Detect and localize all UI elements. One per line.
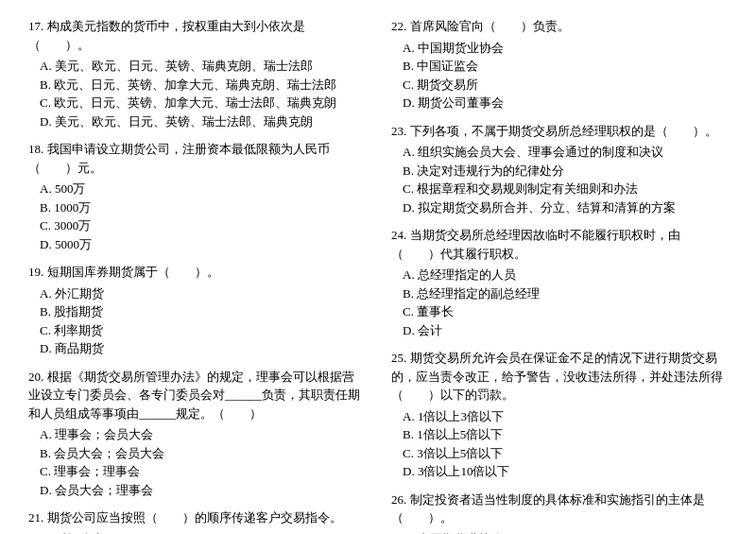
- question-19-option-2: C. 利率期货: [40, 321, 365, 340]
- question-options-26: A. 中国期货业协会B. 中金所C. 中国证监会: [391, 530, 728, 535]
- question-17: 17. 构成美元指数的货币中，按权重由大到小依次是（ ）。A. 美元、欧元、日元…: [28, 17, 365, 130]
- question-22-option-3: D. 期货公司董事会: [403, 94, 728, 112]
- question-options-24: A. 总经理指定的人员B. 总经理指定的副总经理C. 董事长D. 会计: [391, 266, 728, 339]
- question-title-19: 19. 短期国库券期货属于（ ）。: [28, 263, 365, 282]
- question-22-option-0: A. 中国期货业协会: [403, 39, 728, 58]
- question-23-option-0: A. 组织实施会员大会、理事会通过的制度和决议: [403, 143, 728, 162]
- question-title-18: 18. 我国申请设立期货公司，注册资本最低限额为人民币（ ）元。: [28, 140, 365, 177]
- question-25-option-2: C. 3倍以上5倍以下: [403, 444, 728, 463]
- question-20-option-1: B. 会员大会；会员大会: [40, 444, 365, 463]
- question-20-option-0: A. 理事会；会员大会: [40, 425, 365, 444]
- question-20: 20. 根据《期货交易所管理办法》的规定，理事会可以根据营业设立专门委员会、各专…: [28, 368, 365, 500]
- question-options-18: A. 500万B. 1000万C. 3000万D. 5000万: [28, 180, 365, 253]
- question-26: 26. 制定投资者适当性制度的具体标准和实施指引的主体是（ ）。A. 中国期货业…: [391, 491, 728, 535]
- question-title-17: 17. 构成美元指数的货币中，按权重由大到小依次是（ ）。: [28, 17, 365, 54]
- question-options-23: A. 组织实施会员大会、理事会通过的制度和决议B. 决定对违规行为的纪律处分C.…: [391, 143, 728, 216]
- question-options-25: A. 1倍以上3倍以下B. 1倍以上5倍以下C. 3倍以上5倍以下D. 3倍以上…: [391, 407, 728, 481]
- question-options-22: A. 中国期货业协会B. 中国证监会C. 期货交易所D. 期货公司董事会: [391, 39, 728, 112]
- question-title-20: 20. 根据《期货交易所管理办法》的规定，理事会可以根据营业设立专门委员会、各专…: [28, 368, 365, 423]
- question-options-17: A. 美元、欧元、日元、英镑、瑞典克朗、瑞士法郎B. 欧元、日元、英镑、加拿大元…: [28, 57, 365, 130]
- question-17-option-0: A. 美元、欧元、日元、英镑、瑞典克朗、瑞士法郎: [40, 57, 365, 76]
- right-column: 22. 首席风险官向（ ）负责。A. 中国期货业协会B. 中国证监会C. 期货交…: [378, 17, 728, 534]
- question-25-option-1: B. 1倍以上5倍以下: [403, 425, 728, 444]
- question-21: 21. 期货公司应当按照（ ）的顺序传递客户交易指令。A. 时间优先B. 会员等…: [28, 508, 365, 534]
- question-title-23: 23. 下列各项，不属于期货交易所总经理职权的是（ ）。: [391, 122, 728, 141]
- question-19-option-0: A. 外汇期货: [40, 284, 365, 303]
- question-20-option-3: D. 会员大会；理事会: [40, 481, 365, 500]
- left-column: 17. 构成美元指数的货币中，按权重由大到小依次是（ ）。A. 美元、欧元、日元…: [28, 17, 378, 534]
- question-options-21: A. 时间优先B. 会员等级优先C. 交易价格优先D. 交易量优先: [28, 530, 365, 535]
- question-title-22: 22. 首席风险官向（ ）负责。: [391, 17, 728, 36]
- question-24: 24. 当期货交易所总经理因故临时不能履行职权时，由（ ）代其履行职权。A. 总…: [391, 226, 728, 339]
- question-25: 25. 期货交易所允许会员在保证金不足的情况下进行期货交易的，应当责令改正，给予…: [391, 349, 728, 481]
- question-24-option-2: C. 董事长: [403, 302, 728, 321]
- question-24-option-1: B. 总经理指定的副总经理: [403, 284, 728, 303]
- question-21-option-0: A. 时间优先: [40, 530, 365, 535]
- question-17-option-2: C. 欧元、日元、英镑、加拿大元、瑞士法郎、瑞典克朗: [40, 94, 365, 112]
- page-container: 17. 构成美元指数的货币中，按权重由大到小依次是（ ）。A. 美元、欧元、日元…: [28, 17, 728, 534]
- question-19: 19. 短期国库券期货属于（ ）。A. 外汇期货B. 股指期货C. 利率期货D.…: [28, 263, 365, 358]
- question-title-25: 25. 期货交易所允许会员在保证金不足的情况下进行期货交易的，应当责令改正，给予…: [391, 349, 728, 405]
- question-25-option-0: A. 1倍以上3倍以下: [403, 407, 728, 426]
- question-24-option-3: D. 会计: [403, 321, 728, 340]
- question-options-19: A. 外汇期货B. 股指期货C. 利率期货D. 商品期货: [28, 284, 365, 358]
- question-22-option-2: C. 期货交易所: [403, 76, 728, 95]
- question-18-option-0: A. 500万: [40, 180, 365, 198]
- question-26-option-0: A. 中国期货业协会: [403, 530, 728, 535]
- question-title-21: 21. 期货公司应当按照（ ）的顺序传递客户交易指令。: [28, 508, 365, 527]
- question-22-option-1: B. 中国证监会: [403, 57, 728, 76]
- question-19-option-1: B. 股指期货: [40, 302, 365, 321]
- question-19-option-3: D. 商品期货: [40, 339, 365, 358]
- question-25-option-3: D. 3倍以上10倍以下: [403, 462, 728, 481]
- question-18: 18. 我国申请设立期货公司，注册资本最低限额为人民币（ ）元。A. 500万B…: [28, 140, 365, 253]
- question-24-option-0: A. 总经理指定的人员: [403, 266, 728, 284]
- question-18-option-2: C. 3000万: [40, 216, 365, 235]
- question-17-option-3: D. 美元、欧元、日元、英镑、瑞士法郎、瑞典克朗: [40, 112, 365, 131]
- question-23-option-1: B. 决定对违规行为的纪律处分: [403, 162, 728, 181]
- question-23-option-3: D. 拟定期货交易所合并、分立、结算和清算的方案: [403, 198, 728, 217]
- question-20-option-2: C. 理事会；理事会: [40, 462, 365, 481]
- question-22: 22. 首席风险官向（ ）负责。A. 中国期货业协会B. 中国证监会C. 期货交…: [391, 17, 728, 112]
- question-title-24: 24. 当期货交易所总经理因故临时不能履行职权时，由（ ）代其履行职权。: [391, 226, 728, 263]
- question-23-option-2: C. 根据章程和交易规则制定有关细则和办法: [403, 180, 728, 198]
- question-options-20: A. 理事会；会员大会B. 会员大会；会员大会C. 理事会；理事会D. 会员大会…: [28, 425, 365, 499]
- question-title-26: 26. 制定投资者适当性制度的具体标准和实施指引的主体是（ ）。: [391, 491, 728, 527]
- question-18-option-1: B. 1000万: [40, 198, 365, 217]
- question-18-option-3: D. 5000万: [40, 235, 365, 254]
- question-17-option-1: B. 欧元、日元、英镑、加拿大元、瑞典克朗、瑞士法郎: [40, 76, 365, 95]
- question-23: 23. 下列各项，不属于期货交易所总经理职权的是（ ）。A. 组织实施会员大会、…: [391, 122, 728, 217]
